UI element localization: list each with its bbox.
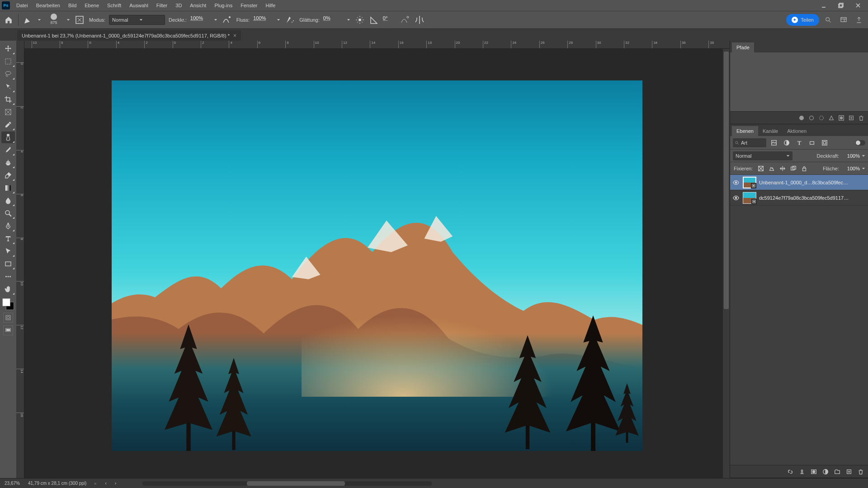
menu-fenster[interactable]: Fenster <box>237 1 261 10</box>
angle-field[interactable]: 0° <box>383 15 396 24</box>
brush-preset-chevron-icon[interactable] <box>66 18 71 22</box>
menu-plugins[interactable]: Plug-ins <box>211 1 236 10</box>
opacity-field[interactable]: 100% <box>190 15 210 24</box>
crop-tool[interactable] <box>1 94 15 105</box>
menu-ebene[interactable]: Ebene <box>81 1 103 10</box>
dodge-tool[interactable] <box>1 207 15 219</box>
visibility-toggle[interactable] <box>732 178 740 187</box>
layer-filter-kind[interactable]: Art <box>733 138 766 147</box>
layer-style-icon[interactable] <box>798 468 806 475</box>
paths-panel-body[interactable] <box>730 52 868 111</box>
brush-preset-picker[interactable]: 875 <box>45 13 63 27</box>
menu-auswahl[interactable]: Auswahl <box>126 1 152 10</box>
document-dimensions[interactable]: 41,79 cm x 28,1 cm (300 ppi) <box>28 481 87 486</box>
smoothing-chevron-icon[interactable] <box>346 18 351 22</box>
lasso-tool[interactable] <box>1 68 15 80</box>
horizontal-scrollbar[interactable] <box>142 481 432 486</box>
status-next-icon[interactable]: › <box>115 481 116 486</box>
opacity-pressure-button[interactable] <box>221 14 233 26</box>
layer-name[interactable]: Unbenannt-1_0000_d…8c3bca509fec5d9117 <box>759 180 849 185</box>
filter-type-icon[interactable] <box>794 138 804 147</box>
layer-row[interactable]: dc59124e7f79a08c3bca509fec5d9117 Kopie 2 <box>730 190 868 206</box>
gradient-tool[interactable] <box>1 182 15 194</box>
lock-image-icon[interactable] <box>768 165 775 172</box>
blend-mode-dropdown[interactable]: Normal <box>109 15 165 25</box>
menu-datei[interactable]: Datei <box>13 1 32 10</box>
angle-icon[interactable] <box>368 14 380 26</box>
layer-opacity-field[interactable]: 100% <box>842 153 860 159</box>
filter-smart-icon[interactable] <box>820 138 830 147</box>
delete-path-icon[interactable] <box>858 115 864 121</box>
add-mask-icon[interactable] <box>838 115 844 121</box>
visibility-toggle[interactable] <box>732 194 740 202</box>
smoothing-field[interactable]: 0% <box>323 15 343 24</box>
type-tool[interactable] <box>1 233 15 244</box>
smoothing-options-button[interactable] <box>354 14 366 26</box>
delete-layer-icon[interactable] <box>857 468 864 475</box>
vertical-ruler[interactable]: 0 2 4 6 8 10 12 14 16 <box>16 41 24 478</box>
window-minimize-button[interactable] <box>816 0 832 11</box>
export-share-icon[interactable] <box>853 14 865 26</box>
flow-chevron-icon[interactable] <box>276 18 281 22</box>
lock-all-icon[interactable] <box>801 165 808 172</box>
more-tools[interactable] <box>1 271 15 282</box>
search-button[interactable] <box>822 14 835 26</box>
filter-adjust-icon[interactable] <box>782 138 792 147</box>
hand-tool[interactable] <box>1 283 15 295</box>
home-button[interactable] <box>3 14 14 26</box>
pen-tool[interactable] <box>1 220 15 232</box>
layer-mask-icon[interactable] <box>810 468 817 475</box>
tool-preset-chevron-icon[interactable] <box>37 18 42 22</box>
window-close-button[interactable] <box>850 0 866 11</box>
document-tab-close-icon[interactable]: × <box>233 33 236 39</box>
lock-nesting-icon[interactable] <box>790 165 797 172</box>
share-button[interactable]: ✦ Teilen <box>786 14 819 26</box>
filter-toggle[interactable] <box>855 140 865 145</box>
load-selection-icon[interactable] <box>818 115 825 121</box>
eraser-tool[interactable] <box>1 169 15 181</box>
horizontal-ruler[interactable]: 10 8 6 4 2 0 2 4 6 8 10 12 14 16 18 20 2… <box>24 41 730 49</box>
new-layer-icon[interactable] <box>845 468 853 475</box>
window-restore-button[interactable] <box>833 0 849 11</box>
blur-tool[interactable] <box>1 195 15 206</box>
fill-field[interactable]: 100% <box>842 166 860 171</box>
move-tool[interactable] <box>1 43 15 55</box>
tab-pfade[interactable]: Pfade <box>732 42 754 52</box>
menu-3d[interactable]: 3D <box>172 1 185 10</box>
rectangle-tool[interactable] <box>1 258 15 270</box>
menu-bild[interactable]: Bild <box>65 1 80 10</box>
layer-name[interactable]: dc59124e7f79a08c3bca509fec5d9117 Kopie 2 <box>759 195 849 201</box>
tool-preset-picker[interactable] <box>22 14 34 26</box>
canvas[interactable] <box>24 49 730 478</box>
layer-row[interactable]: Unbenannt-1_0000_d…8c3bca509fec5d9117 <box>730 175 868 190</box>
menu-hilfe[interactable]: Hilfe <box>262 1 279 10</box>
menu-filter[interactable]: Filter <box>153 1 171 10</box>
quick-select-tool[interactable] <box>1 81 15 93</box>
marquee-tool[interactable] <box>1 56 15 67</box>
path-select-tool[interactable] <box>1 245 15 257</box>
vertical-scrollbar[interactable] <box>723 49 730 478</box>
layer-thumbnail[interactable] <box>743 177 756 188</box>
stroke-path-icon[interactable] <box>808 115 815 121</box>
tab-ebenen[interactable]: Ebenen <box>732 126 758 136</box>
filter-shape-icon[interactable] <box>807 138 817 147</box>
opacity-chevron-icon[interactable] <box>213 18 218 22</box>
quickmask-button[interactable] <box>3 313 13 323</box>
link-layers-icon[interactable] <box>787 468 794 475</box>
status-prev-icon[interactable]: ‹ <box>105 481 106 486</box>
airbrush-button[interactable] <box>284 14 296 26</box>
document-tab[interactable]: Unbenannt-1 bei 23,7% (Unbenannt-1_0000_… <box>17 30 241 41</box>
menu-bearbeiten[interactable]: Bearbeiten <box>33 1 64 10</box>
clone-stamp-tool[interactable] <box>1 157 15 169</box>
workspace-button[interactable] <box>837 14 850 26</box>
healing-brush-tool[interactable] <box>1 131 15 143</box>
menu-schrift[interactable]: Schrift <box>104 1 125 10</box>
brush-tool[interactable] <box>1 144 15 156</box>
status-chevron-icon[interactable]: ▸ <box>94 481 97 486</box>
adjustment-layer-icon[interactable] <box>822 468 829 475</box>
brush-settings-button[interactable] <box>74 14 85 26</box>
tab-kanaele[interactable]: Kanäle <box>758 126 783 136</box>
lock-position-icon[interactable] <box>779 165 786 172</box>
filter-pixel-icon[interactable] <box>769 138 779 147</box>
flow-field[interactable]: 100% <box>253 15 273 24</box>
